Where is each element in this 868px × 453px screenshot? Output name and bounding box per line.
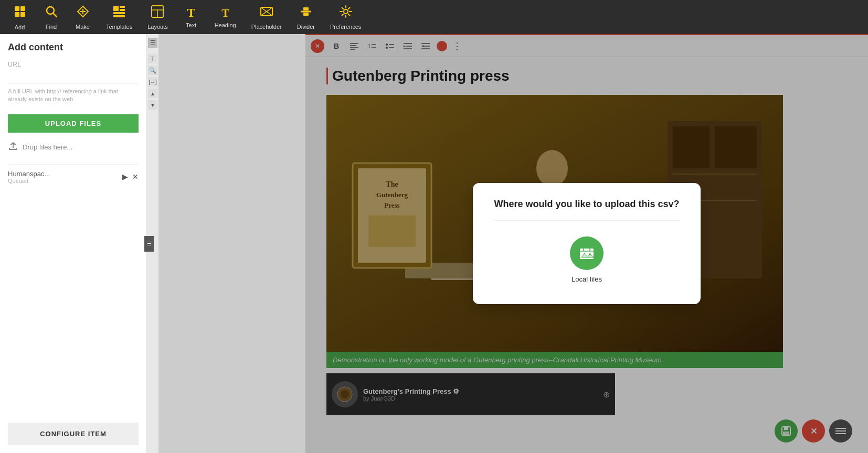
drop-zone[interactable]: Drop files here... — [8, 141, 139, 154]
url-label: URL — [8, 61, 139, 68]
toolbar-preferences[interactable]: Preferences — [324, 2, 367, 33]
strip-menu-button[interactable]: ☰ — [148, 38, 157, 48]
svg-rect-11 — [113, 12, 125, 14]
placeholder-icon — [260, 5, 273, 21]
strip-nav-up-button[interactable]: ▲ — [148, 89, 157, 98]
file-status: Queued — [8, 178, 50, 184]
url-hint: A full URL with http:// referencing a li… — [8, 88, 139, 104]
content-area: ✕ B 1. ⋮ Gutenberg Printing press — [305, 34, 868, 453]
modal-option-local[interactable]: Local files — [570, 236, 604, 283]
strip-nav-down-button[interactable]: ▼ — [148, 100, 157, 110]
remove-file-button[interactable]: ✕ — [132, 172, 139, 181]
left-sidebar: Add content URL A full URL with http:// … — [0, 34, 147, 453]
svg-rect-9 — [120, 6, 125, 8]
sidebar-collapse-button[interactable]: ☰ — [144, 236, 154, 252]
toolbar-divider[interactable]: Divider — [291, 2, 321, 33]
modal-overlay[interactable]: Where would you like to upload this csv? — [305, 34, 868, 453]
strip-zoom-in-button[interactable]: 🔍 — [148, 66, 157, 75]
svg-rect-2 — [15, 12, 19, 17]
svg-point-22 — [344, 9, 348, 14]
svg-rect-12 — [113, 15, 125, 17]
toolbar-add[interactable]: Add — [5, 2, 34, 33]
add-icon — [13, 4, 27, 22]
modal-divider — [494, 220, 679, 221]
file-actions: ▶ ✕ — [122, 172, 139, 181]
make-icon — [76, 5, 90, 21]
toolbar-make[interactable]: Make — [68, 2, 97, 33]
heading-icon: T — [221, 6, 229, 20]
preferences-icon — [339, 5, 353, 21]
svg-rect-0 — [15, 6, 19, 11]
toolbar-layouts[interactable]: Layouts — [141, 2, 174, 33]
drop-text: Drop files here... — [23, 143, 72, 151]
svg-rect-8 — [113, 6, 119, 11]
toolbar-placeholder[interactable]: Placeholder — [245, 2, 288, 33]
file-item: Humanspac... Queued ▶ ✕ — [8, 164, 139, 184]
divider-icon — [299, 5, 313, 21]
layouts-icon — [151, 5, 164, 21]
toolbar-text[interactable]: T Text — [177, 3, 206, 31]
play-button[interactable]: ▶ — [122, 172, 128, 181]
svg-line-5 — [53, 13, 57, 17]
toolbar-heading[interactable]: T Heading — [208, 4, 242, 31]
svg-rect-1 — [20, 6, 25, 11]
top-toolbar: Add Find Make — [0, 0, 868, 34]
text-icon: T — [187, 6, 195, 20]
upload-icon — [8, 141, 18, 154]
svg-point-61 — [589, 253, 591, 255]
svg-rect-3 — [20, 12, 25, 17]
toolbar-find[interactable]: Find — [37, 2, 66, 33]
modal-title: Where would you like to upload this csv? — [494, 199, 679, 210]
modal-options: Local files — [494, 231, 679, 288]
file-name: Humanspac... — [8, 170, 50, 178]
url-input[interactable] — [8, 71, 139, 83]
configure-item-button[interactable]: CONFIGURE ITEM — [8, 423, 139, 445]
find-icon — [45, 5, 58, 21]
toolbar-templates[interactable]: Templates — [100, 2, 139, 33]
local-files-label: Local files — [571, 275, 602, 283]
main-layout: Add content URL A full URL with http:// … — [0, 34, 868, 453]
svg-rect-60 — [579, 248, 594, 260]
local-files-icon — [570, 236, 604, 270]
templates-icon — [112, 5, 126, 21]
svg-rect-21 — [303, 13, 309, 16]
svg-rect-10 — [120, 9, 125, 11]
svg-rect-20 — [303, 7, 309, 10]
modal-box: Where would you like to upload this csv? — [473, 183, 700, 304]
strip-expand-button[interactable]: [↔] — [148, 77, 157, 87]
strip-add-button[interactable]: T — [148, 54, 157, 63]
sidebar-title: Add content — [8, 42, 139, 53]
upload-files-button[interactable]: UPLOAD FILES — [8, 114, 139, 133]
